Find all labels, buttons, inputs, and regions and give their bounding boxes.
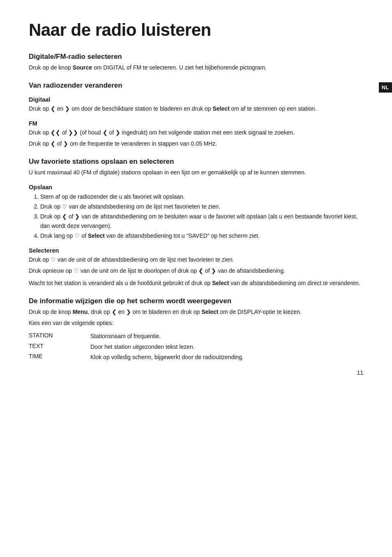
table-val: Door het station uitgezonden tekst lezen… (90, 343, 195, 352)
section-van-radio: Van radiozender veranderen Digitaal Druk… (29, 81, 363, 149)
digitale-fm-body: Druk op de knop Source om DIGITAL of FM … (29, 63, 363, 72)
page-title: Naar de radio luisteren (29, 21, 363, 39)
section-informatie: De informatie wijzigen die op het scherm… (29, 297, 363, 362)
table-val: Stationsnaam of frequentie. (90, 332, 161, 341)
favoriete-intro: U kunt maximaal 40 (FM of digitale) stat… (29, 168, 363, 177)
opslaan-list: Stem af op de radiozender die u als favo… (40, 192, 363, 241)
informatie-line1: Druk op de knop Menu, druk op ❮ en ❯ om … (29, 308, 363, 317)
section-heading-favoriete: Uw favoriete stations opslaan en selecte… (29, 158, 363, 166)
list-item: Druk op ❮ of ❯ van de afstandsbediening … (40, 212, 363, 230)
nl-badge: NL (379, 82, 392, 93)
selecteren-line3: Wacht tot het station is veranderd als u… (29, 279, 363, 288)
list-item: Druk op ♡ van de afstandsbediening om de… (40, 202, 363, 211)
list-item: Druk lang op ♡ of Select van de afstands… (40, 231, 363, 240)
subheading-opslaan: Opslaan (29, 184, 363, 190)
table-key: TIME (29, 353, 90, 362)
subheading-fm: FM (29, 120, 363, 127)
selecteren-line2: Druk opnieuw op ♡ van de unit om de lijs… (29, 267, 363, 276)
table-val: Klok op volledig scherm, bijgewerkt door… (90, 353, 244, 362)
list-item: Stem af op de radiozender die u als favo… (40, 192, 363, 201)
section-heading-digitale-fm: Digitale/FM-radio selecteren (29, 53, 363, 61)
section-heading-informatie: De informatie wijzigen die op het scherm… (29, 297, 363, 305)
fm-line2: Druk op ❮ of ❯ om de frequentie te veran… (29, 139, 363, 149)
table-key: TEXT (29, 343, 90, 352)
selecteren-line1: Druk op ♡ van de unit of de afstandsbedi… (29, 255, 363, 265)
page-number: 11 (357, 369, 363, 376)
section-favoriete: Uw favoriete stations opslaan en selecte… (29, 158, 363, 288)
digitaal-body: Druk op ❮ en ❯ om door de beschikbare st… (29, 104, 363, 114)
table-key: STATION (29, 332, 90, 341)
table-row: TEXT Door het station uitgezonden tekst … (29, 343, 363, 352)
display-options-table: STATION Stationsnaam of frequentie. TEXT… (29, 332, 363, 362)
fm-line1: Druk op ❮❮ of ❯❯ (of houd ❮ of ❯ ingedru… (29, 128, 363, 137)
subheading-selecteren: Selecteren (29, 247, 363, 254)
section-heading-van-radio: Van radiozender veranderen (29, 81, 363, 90)
subheading-digitaal: Digitaal (29, 96, 363, 103)
section-digitale-fm: Digitale/FM-radio selecteren Druk op de … (29, 53, 363, 72)
page-container: NL Naar de radio luisteren Digitale/FM-r… (0, 0, 392, 388)
informatie-line2: Kies een van de volgende opties: (29, 319, 363, 328)
table-row: TIME Klok op volledig scherm, bijgewerkt… (29, 353, 363, 362)
table-row: STATION Stationsnaam of frequentie. (29, 332, 363, 341)
